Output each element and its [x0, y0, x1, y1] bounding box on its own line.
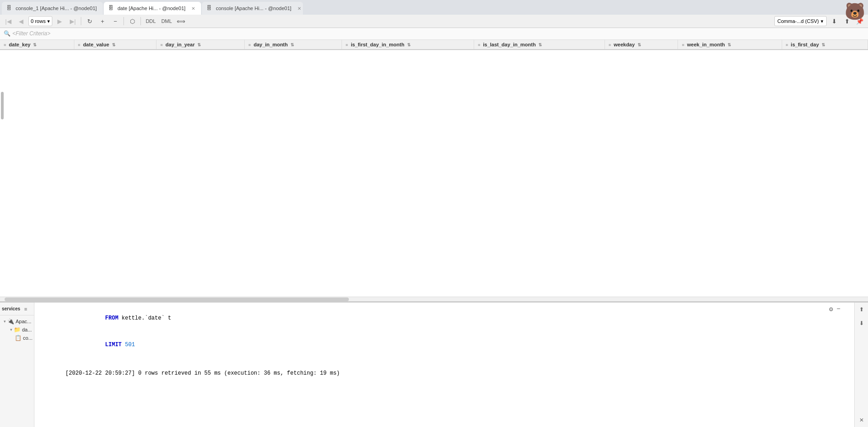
rows-count-label: 0 rows [31, 18, 45, 24]
sidebar-icon-1[interactable]: ≡ [21, 304, 30, 314]
tab-favicon-console2: 🗄 [207, 5, 213, 11]
console-gear-icon[interactable]: ⚙ [829, 305, 833, 313]
col-sort-day-in-year: ⇅ [197, 43, 201, 47]
col-header-weekday[interactable]: ≡ weekday ⇅ [605, 40, 678, 50]
filter-search-icon: 🔍 [4, 30, 11, 37]
toolbar-sep-1 [81, 17, 81, 25]
horizontal-scrollbar[interactable] [0, 297, 868, 301]
csv-format-selector[interactable]: Comma-...d (CSV) ▾ [774, 16, 827, 26]
sidebar-toolbar: services ≡ ≡ ≡ ✕ [0, 303, 34, 315]
tree-arrow-da: ▾ [10, 327, 12, 332]
console-limit-value: 501 [125, 342, 135, 348]
main-toolbar: |◀ ◀ 0 rows ▾ ▶ ▶| ↻ + − ⬡ DDL DML ⟺ Com… [0, 15, 868, 28]
tab-close-console2[interactable]: ✕ [296, 5, 302, 11]
sidebar-item-da[interactable]: ▾ 📁 da... [8, 326, 32, 334]
col-header-is-first-day-in-month[interactable]: ≡ is_first_day_in_month ⇅ [342, 40, 474, 50]
col-icon-week-in-month: ≡ [682, 43, 684, 47]
right-panel-icon-2[interactable]: ⬇ [857, 318, 867, 328]
dml-button[interactable]: DML [159, 16, 174, 27]
tab-console2[interactable]: 🗄 console [Apache Hi... - @node01] ✕ [202, 2, 303, 15]
tab-console1[interactable]: 🗄 console_1 [Apache Hi... - @node01] ✕ [2, 2, 103, 15]
col-sort-date-key: ⇅ [33, 43, 37, 47]
toolbar-sep-2 [123, 17, 124, 25]
col-header-date-key[interactable]: ≡ date_key ⇅ [0, 40, 74, 50]
tab-close-console1[interactable]: ✕ [101, 5, 103, 11]
tab-label-date: date [Apache Hi... - @node01] [118, 6, 185, 11]
services-label: services [2, 306, 20, 311]
refresh-button[interactable]: ↻ [84, 16, 95, 27]
sidebar-item-co[interactable]: 📋 co... [8, 334, 32, 342]
console-from-value: kettle.`date` t [122, 315, 171, 321]
col-sort-is-last-day-in-month: ⇅ [538, 43, 542, 47]
col-label-weekday: weekday [614, 42, 635, 47]
col-header-is-last-day-in-month[interactable]: ≡ is_last_day_in_month ⇅ [474, 40, 605, 50]
col-header-day-in-year[interactable]: ≡ day_in_year ⇅ [157, 40, 245, 50]
right-panel-icon-3[interactable]: ✕ [857, 415, 867, 425]
tree-icon-apac: 🔌 [7, 318, 14, 325]
grid-area[interactable]: ≡ date_key ⇅ ≡ date_value ⇅ ≡ day_in_yea… [0, 40, 868, 297]
top-section: ≡ date_key ⇅ ≡ date_value ⇅ ≡ day_in_yea… [0, 40, 868, 303]
col-sort-is-first-day-in-month: ⇅ [407, 43, 411, 47]
tree-icon-co: 📋 [15, 335, 22, 341]
rows-selector[interactable]: 0 rows ▾ [28, 16, 52, 26]
col-sort-week-in-month: ⇅ [728, 43, 731, 47]
export-button[interactable]: ⬡ [127, 16, 138, 27]
col-sort-date-value: ⇅ [112, 43, 116, 47]
tree-arrow-apac: ▾ [4, 319, 6, 324]
tab-label-console1: console_1 [Apache Hi... - @node01] [16, 6, 97, 11]
col-header-day-in-month[interactable]: ≡ day_in_month ⇅ [245, 40, 342, 50]
col-icon-weekday: ≡ [609, 43, 611, 47]
col-label-day-in-year: day_in_year [166, 42, 195, 47]
nav-prev-button[interactable]: ◀ [16, 16, 27, 27]
ddl-button[interactable]: DDL [144, 16, 157, 27]
console-minimize-icon[interactable]: − [837, 305, 840, 313]
col-label-date-key: date_key [9, 42, 30, 47]
right-panel-icon-1[interactable]: ⬆ [857, 304, 867, 315]
console-area: ⚙ − FROM kettle.`date` t LIMIT 501 [2020… [34, 303, 854, 427]
console-limit-keyword: LIMIT [66, 342, 125, 348]
rows-dropdown-icon: ▾ [47, 18, 50, 24]
tab-favicon-date: 🗄 [108, 5, 115, 11]
col-icon-is-first-day: ≡ [786, 43, 788, 47]
col-label-is-first-day: is_first_day [791, 42, 819, 47]
col-icon-day-in-month: ≡ [248, 43, 251, 47]
col-icon-is-last-day-in-month: ≡ [478, 43, 480, 47]
col-sort-weekday: ⇅ [638, 43, 641, 47]
console-right-panel: ⬆ ⬇ ✕ [854, 303, 868, 427]
data-grid: ≡ date_key ⇅ ≡ date_value ⇅ ≡ day_in_yea… [0, 40, 868, 50]
filter-criteria-placeholder[interactable]: <Filter Criteria> [12, 30, 50, 37]
sidebar-item-apac-label: Apac... [16, 319, 31, 324]
add-row-button[interactable]: + [97, 16, 108, 27]
remove-row-button[interactable]: − [110, 16, 121, 27]
col-icon-day-in-year: ≡ [160, 43, 162, 47]
tab-date[interactable]: 🗄 date [Apache Hi... - @node01] ✕ [104, 2, 201, 15]
nav-last-button[interactable]: ▶| [67, 16, 78, 27]
sidebar-item-co-label: co... [23, 335, 33, 341]
sidebar-item-apac[interactable]: ▾ 🔌 Apac... [2, 317, 32, 326]
scrollbar-thumb[interactable] [5, 298, 349, 301]
tab-label-console2: console [Apache Hi... - @node01] [216, 6, 291, 11]
col-header-week-in-month[interactable]: ≡ week_in_month ⇅ [678, 40, 782, 50]
col-header-is-first-day[interactable]: ≡ is_first_day ⇅ [782, 40, 868, 50]
tree-icon-da: 📁 [14, 326, 21, 333]
download-button[interactable]: ⬇ [829, 16, 840, 27]
filter-bar: 🔍 <Filter Criteria> [0, 28, 868, 40]
col-header-date-value[interactable]: ≡ date_value ⇅ [74, 40, 157, 50]
csv-dropdown-icon: ▾ [821, 18, 823, 24]
move-button[interactable]: ⟺ [176, 16, 187, 27]
console-line-2: LIMIT 501 [39, 332, 850, 359]
nav-next-button[interactable]: ▶ [54, 16, 65, 27]
tab-favicon-console1: 🗄 [6, 5, 13, 11]
col-label-date-value: date_value [83, 42, 109, 47]
console-timestamp: [2020-12-22 20:59:27] 0 rows retrieved i… [66, 370, 340, 376]
col-label-week-in-month: week_in_month [687, 42, 725, 47]
vertical-scroll-indicator[interactable] [1, 92, 4, 119]
nav-first-button[interactable]: |◀ [3, 16, 14, 27]
sidebar-content: ▾ 🔌 Apac... ▾ 📁 da... 📋 co... [0, 315, 34, 427]
col-label-day-in-month: day_in_month [253, 42, 288, 47]
grid-header-row: ≡ date_key ⇅ ≡ date_value ⇅ ≡ day_in_yea… [0, 40, 868, 50]
console-line-3: [2020-12-22 20:59:27] 0 rows retrieved i… [39, 360, 850, 387]
console-line-1: FROM kettle.`date` t [39, 305, 850, 332]
col-icon-date-value: ≡ [78, 43, 80, 47]
tab-close-date[interactable]: ✕ [190, 5, 196, 11]
